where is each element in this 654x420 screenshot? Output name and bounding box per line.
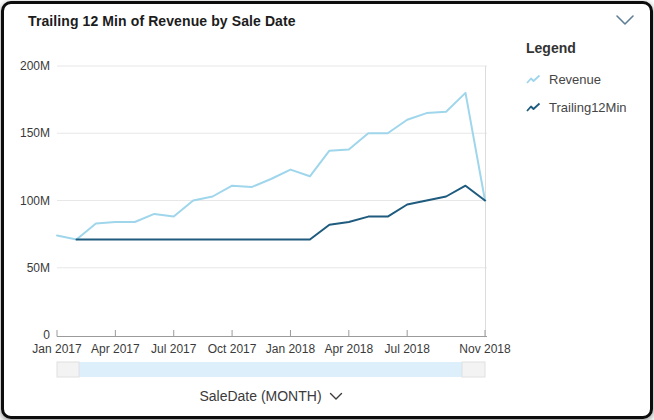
y-axis-tick-label: 150M (20, 126, 50, 140)
legend-item-label: Revenue (549, 72, 601, 87)
x-axis-tick-label: Apr 2017 (91, 342, 140, 356)
trailing12min-line-icon (526, 102, 541, 113)
y-axis-tick-label: 200M (20, 59, 50, 73)
slider-right-handle[interactable] (462, 362, 485, 377)
series-line-trailing12min[interactable] (77, 186, 486, 240)
x-axis-tick-label: Apr 2018 (324, 342, 373, 356)
x-axis-tick-label: Jul 2017 (151, 342, 197, 356)
y-axis-tick-label: 50M (27, 261, 50, 275)
series-line-revenue[interactable] (57, 93, 485, 240)
legend-panel: Legend Revenue Trailing12Min (526, 40, 646, 128)
legend-item-revenue[interactable]: Revenue (526, 72, 646, 87)
legend-title: Legend (526, 40, 646, 56)
legend-item-trailing12min[interactable]: Trailing12Min (526, 100, 646, 115)
slider-track[interactable] (79, 362, 462, 377)
chart-card: Trailing 12 Min of Revenue by Sale Date … (0, 0, 654, 420)
x-axis-tick-label: Nov 2018 (459, 342, 511, 356)
slider-left-handle[interactable] (57, 362, 79, 377)
x-axis-tick-label: Oct 2017 (208, 342, 257, 356)
saledate-month-label: SaleDate (MONTH) (199, 388, 321, 404)
x-axis-tick-label: Jan 2017 (32, 342, 82, 356)
window-frame: Trailing 12 Min of Revenue by Sale Date … (1, 1, 653, 419)
saledate-month-dropdown[interactable]: SaleDate (MONTH) (57, 385, 485, 407)
y-axis-tick-label: 0 (43, 328, 50, 342)
y-axis-tick-label: 100M (20, 194, 50, 208)
x-axis-tick-label: Jul 2018 (384, 342, 430, 356)
chevron-down-icon (329, 392, 343, 401)
revenue-line-icon (526, 74, 541, 85)
x-axis-tick-label: Jan 2018 (266, 342, 316, 356)
legend-item-label: Trailing12Min (549, 100, 627, 115)
